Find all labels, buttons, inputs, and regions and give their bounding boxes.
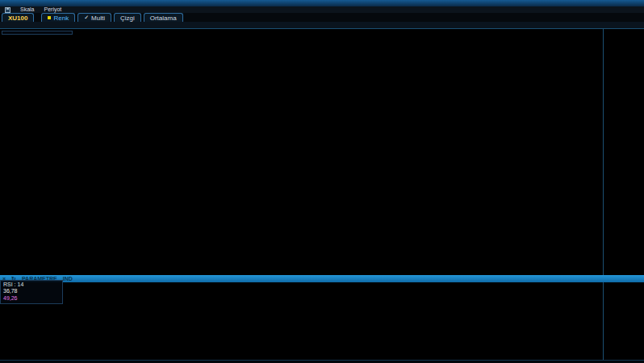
bottom-strip [0,360,644,363]
tab-label: XU100 [8,15,27,22]
rsi-panel[interactable]: RSI : 14 36,78 49,26 [0,282,603,360]
save-icon[interactable] [5,7,10,13]
indicator-ind-button[interactable]: IND [63,276,73,282]
rsi-legend: RSI : 14 36,78 49,26 [0,280,63,304]
tab-cizgi[interactable]: Çizgi [114,13,141,22]
rsi-value: 36,78 [3,288,60,294]
candlestick-plot [0,29,603,275]
rsi-title: RSI : 14 [3,282,60,288]
menu-item-skala[interactable]: Skala [20,6,35,13]
rsi-plot-svg [0,282,603,360]
rsi-ma-value: 49,26 [3,295,60,302]
tab-bar: XU100 Renk ✓ Multi Çizgi Ortalama [0,13,644,22]
tab-label: Çizgi [120,15,135,22]
candlestick-chart[interactable] [0,29,603,275]
price-axis [603,29,644,275]
color-swatch-icon [48,16,51,19]
tab-label: Multi [91,15,105,22]
time-axis [0,22,644,29]
menu-bar: Skala Periyot [0,6,644,13]
tab-multi[interactable]: ✓ Multi [77,13,111,22]
menu-item-periyot[interactable]: Periyot [44,6,62,13]
window-toolbar [0,0,644,6]
tab-label: Renk [53,15,69,22]
chart-window: Skala Periyot XU100 Renk ✓ Multi Çizgi O… [0,0,644,363]
tab-xu100[interactable]: XU100 [2,13,34,22]
indicator-separator-bar: × ↻ PARAMETRE IND [0,275,644,282]
rsi-axis [603,282,644,360]
tab-renk[interactable]: Renk [41,13,75,22]
tab-label: Ortalama [150,15,177,22]
tab-ortalama[interactable]: Ortalama [144,13,183,22]
ohlc-info-panel [2,31,73,35]
check-icon: ✓ [84,15,89,21]
